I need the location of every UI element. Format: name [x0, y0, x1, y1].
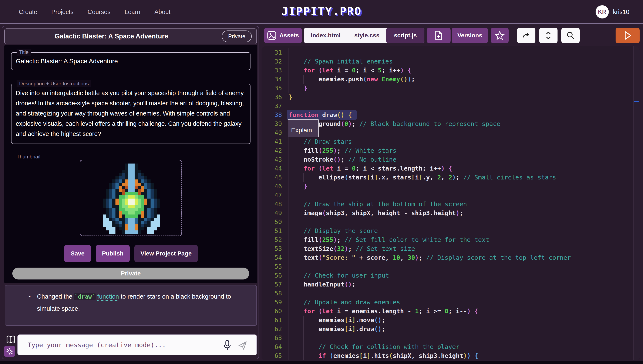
line-number: 41: [262, 137, 282, 146]
code-line-34: 34 enemies.push(new Enemy());: [262, 75, 639, 84]
line-number: 31: [262, 48, 282, 57]
nav-link-projects[interactable]: Projects: [51, 8, 74, 16]
line-number: 53: [262, 244, 282, 253]
app-screen: CreateProjectsCoursesLearnAbout JIPPITY.…: [0, 0, 643, 364]
code-line-48: 48 // Draw the ship at the bottom of the…: [262, 200, 639, 208]
changelog-item: • Changed the `draw` function to render …: [37, 290, 241, 314]
line-number: 60: [262, 307, 282, 316]
sparkles-icon[interactable]: [4, 346, 15, 357]
code-line-51: 51 // Display the score: [262, 226, 639, 235]
code-line-61: 61 enemies[i].move();: [262, 316, 639, 324]
favorite-button[interactable]: [491, 28, 509, 43]
scrollbar-marker: [634, 101, 639, 102]
indent-guide: [289, 48, 289, 92]
versions-button[interactable]: Versions: [452, 28, 488, 43]
changelog-text: Changed the `draw` function to render st…: [37, 293, 231, 312]
description-field[interactable]: Description + User Instructions Dive int…: [11, 84, 251, 144]
code-line-37: 37: [262, 102, 639, 110]
line-number: 57: [262, 280, 282, 289]
save-button[interactable]: Save: [64, 245, 91, 262]
image-icon: [267, 31, 276, 40]
run-button[interactable]: [615, 28, 639, 43]
nav-link-courses[interactable]: Courses: [88, 8, 111, 16]
project-header: Galactic Blaster: A Space Adventure Priv…: [4, 28, 257, 44]
line-number: 58: [262, 289, 282, 298]
changelog-link[interactable]: function: [97, 293, 119, 300]
assets-button[interactable]: Assets: [264, 28, 302, 43]
code-line-53: 53 textSize(32); // Set text size: [262, 244, 639, 253]
avatar[interactable]: KR: [596, 5, 609, 18]
line-number: 51: [262, 226, 282, 235]
new-file-button[interactable]: [427, 28, 451, 43]
project-form: Title Galactic Blaster: A Space Adventur…: [4, 45, 257, 283]
line-number: 49: [262, 208, 282, 218]
thumbnail-dropzone[interactable]: [80, 160, 182, 236]
line-number: 32: [262, 57, 282, 66]
tab-script.js[interactable]: script.js: [386, 28, 424, 43]
file-tabs: index.htmlstyle.cssscript.js: [304, 28, 424, 43]
bottom-edge: [0, 360, 643, 364]
code-line-57: 57 handleInput();: [262, 280, 639, 289]
project-panel: Galactic Blaster: A Space Adventure Priv…: [2, 26, 259, 359]
user-menu[interactable]: KR kris10: [596, 0, 629, 24]
publish-button[interactable]: Publish: [96, 245, 130, 262]
code-line-33: 33 for (let i = 0; i < 5; i++) {: [262, 66, 639, 75]
indent-guide: [303, 75, 304, 84]
tab-style.css[interactable]: style.css: [347, 28, 386, 43]
explain-button[interactable]: Explain: [288, 119, 319, 137]
line-number: 43: [262, 155, 282, 164]
file-plus-icon: [435, 30, 443, 40]
thumbnail-pixel-art: [103, 164, 160, 234]
open-book-icon[interactable]: [6, 336, 16, 344]
line-number: 47: [262, 191, 282, 200]
nav-link-create[interactable]: Create: [19, 8, 37, 16]
code-line-52: 52 fill(255); // Set fill color to white…: [262, 235, 639, 244]
username: kris10: [613, 8, 629, 16]
line-number: 61: [262, 316, 282, 324]
nav-link-learn[interactable]: Learn: [125, 8, 140, 16]
title-field-value[interactable]: Galactic Blaster: A Space Adventure: [16, 58, 118, 65]
title-field-label: Title: [17, 49, 31, 56]
changelog-text-segment: Changed the: [37, 293, 74, 300]
site-logo[interactable]: JIPPITY.PRO: [281, 5, 361, 18]
search-button[interactable]: [561, 28, 580, 43]
send-icon[interactable]: [237, 340, 248, 350]
line-number: 40: [262, 128, 282, 137]
thumbnail-label: Thumbnail: [17, 154, 40, 160]
project-header-title: Galactic Blaster: A Space Adventure: [5, 29, 218, 44]
star-icon: [495, 30, 505, 40]
title-field[interactable]: Title Galactic Blaster: A Space Adventur…: [11, 52, 251, 70]
line-number: 54: [262, 253, 282, 262]
form-actions: Save Publish View Project Page: [64, 245, 198, 262]
code-line-44: 44 for (let i = 0; i < stars.length; i++…: [262, 164, 639, 173]
code-line-60: 60 for (let i = enemies.length - 1; i >=…: [262, 307, 639, 316]
code-editor[interactable]: 3132 // Spawn initial enemies33 for (let…: [262, 46, 639, 360]
redo-button[interactable]: [517, 28, 535, 43]
code-line-42: 42 fill(255); // White stars: [262, 146, 639, 155]
line-number: 59: [262, 298, 282, 307]
line-number: 50: [262, 218, 282, 226]
code-line-49: 49 image(ship3, shipX, height - ship3.he…: [262, 208, 639, 218]
visibility-badge[interactable]: Private: [222, 30, 252, 42]
line-number: 42: [262, 146, 282, 155]
line-number: 62: [262, 324, 282, 334]
code-line-31: 31: [262, 48, 639, 57]
code-line-55: 55: [262, 262, 639, 271]
top-navbar: CreateProjectsCoursesLearnAbout JIPPITY.…: [0, 0, 643, 24]
tab-index.html[interactable]: index.html: [304, 28, 347, 43]
line-number: 44: [262, 164, 282, 173]
visibility-toggle-bar[interactable]: Private: [12, 268, 249, 280]
changelog-panel: • Changed the `draw` function to render …: [5, 285, 257, 326]
view-project-page-button[interactable]: View Project Page: [134, 245, 198, 262]
chat-message-input[interactable]: [28, 335, 215, 355]
code-line-58: 58: [262, 289, 639, 298]
line-number: 39: [262, 119, 282, 128]
code-line-54: 54 text("Score: " + score, 10, 30); // D…: [262, 253, 639, 262]
expand-button[interactable]: [539, 28, 557, 43]
line-number: 56: [262, 271, 282, 280]
description-field-value[interactable]: Dive into an intergalactic battle as you…: [16, 88, 246, 139]
editor-scrollbar[interactable]: [633, 46, 639, 360]
line-number: 33: [262, 66, 282, 75]
nav-link-about[interactable]: About: [154, 8, 170, 16]
microphone-icon[interactable]: [223, 340, 231, 350]
